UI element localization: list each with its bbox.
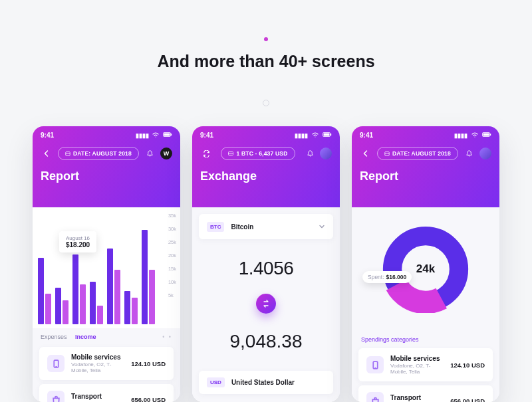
list-item[interactable]: Transport Uber, Gett, Lyft 656.00 USD xyxy=(358,385,493,402)
bar-groups xyxy=(38,218,159,324)
phone-body: 24k Spent: $16.000 Spendings categories … xyxy=(352,207,499,402)
currency-to-row[interactable]: USD United States Dollar xyxy=(199,371,333,394)
avatar[interactable]: W xyxy=(160,148,172,159)
item-title: Mobile services xyxy=(71,353,124,361)
calendar-icon xyxy=(65,151,70,156)
item-subtitle: Vodafone, O2, T-Mobile, Telia xyxy=(390,363,444,375)
status-time: 9:41 xyxy=(360,132,373,139)
svg-rect-7 xyxy=(331,134,331,136)
back-button[interactable] xyxy=(41,148,53,159)
bag-icon xyxy=(47,391,65,402)
bell-button[interactable] xyxy=(464,148,475,159)
bell-button[interactable] xyxy=(304,148,316,159)
ytick: 30k xyxy=(168,226,176,232)
item-amount: 656.00 USD xyxy=(450,397,485,403)
svg-rect-2 xyxy=(171,134,172,136)
spent-chip: Spent: $16.000 xyxy=(362,271,412,283)
status-bar: 9:41 ▮▮▮▮ xyxy=(360,132,491,139)
ytick: 20k xyxy=(168,252,176,258)
screen-exchange: 9:41 ▮▮▮▮ 1 BTC - 6,437 USD xyxy=(192,126,340,402)
item-subtitle: Vodafone, O2, T-Mobile, Telia xyxy=(71,361,124,373)
more-dots[interactable]: • • xyxy=(162,334,172,340)
to-amount: 9,048.38 xyxy=(230,331,303,352)
decorative-ring xyxy=(263,100,269,106)
screen-title: Report xyxy=(41,169,172,183)
avatar[interactable] xyxy=(320,148,332,159)
tooltip-date: August 16 xyxy=(66,235,90,241)
nav-row: DATE: AUGUST 2018 xyxy=(360,147,491,160)
ytick: 5k xyxy=(168,292,176,298)
battery-icon xyxy=(482,132,491,139)
swap-button[interactable] xyxy=(256,294,276,314)
phone-header: 9:41 ▮▮▮▮ DATE: AUGUST 2018 xyxy=(352,126,499,207)
currency-badge: USD xyxy=(207,377,225,387)
status-bar: 9:41 ▮▮▮▮ xyxy=(41,132,172,139)
list-item[interactable]: Mobile services Vodafone, O2, T-Mobile, … xyxy=(358,348,493,381)
y-axis: 35k 30k 25k 20k 15k 10k 5k xyxy=(168,213,176,298)
spent-value: $16.000 xyxy=(386,274,407,280)
bar-chart: 35k 30k 25k 20k 15k 10k 5k xyxy=(33,207,180,328)
phone-body: BTC Bitcoin 1.4056 9,048.38 USD United S… xyxy=(192,207,340,402)
refresh-button[interactable] xyxy=(200,148,212,159)
back-button[interactable] xyxy=(360,148,372,159)
svg-rect-1 xyxy=(164,134,170,136)
wifi-icon xyxy=(312,132,319,139)
tab-income[interactable]: Income xyxy=(75,334,96,340)
ytick: 10k xyxy=(168,279,176,285)
status-icons: ▮▮▮▮ xyxy=(452,132,491,139)
accent-dot xyxy=(264,37,268,41)
rate-chip-label: 1 BTC - 6,437 USD xyxy=(236,150,287,157)
donut-center-value: 24k xyxy=(416,262,435,276)
svg-rect-6 xyxy=(324,134,330,136)
avatar[interactable] xyxy=(479,148,491,159)
phone-icon xyxy=(366,356,384,373)
screen-report-bars: 9:41 ▮▮▮▮ DATE: AUGUST 2018 xyxy=(33,126,180,402)
page-title: And more than 40+ screens xyxy=(0,52,532,71)
item-amount: 124.10 USD xyxy=(450,361,485,369)
from-amount: 1.4056 xyxy=(239,258,294,279)
bell-button[interactable] xyxy=(144,148,156,159)
spent-label: Spent: xyxy=(368,274,384,280)
chevron-down-icon xyxy=(319,221,325,233)
nav-row: 1 BTC - 6,437 USD xyxy=(200,147,332,160)
tab-expenses[interactable]: Expenses xyxy=(41,334,67,340)
currency-from-row[interactable]: BTC Bitcoin xyxy=(199,214,333,239)
date-chip-label: DATE: AUGUST 2018 xyxy=(392,150,451,157)
phone-header: 9:41 ▮▮▮▮ 1 BTC - 6,437 USD xyxy=(192,126,340,207)
chart-tooltip: August 16 $18.200 xyxy=(59,231,96,252)
item-title: Transport xyxy=(71,393,124,400)
date-chip-label: DATE: AUGUST 2018 xyxy=(73,150,132,157)
donut-chart: 24k Spent: $16.000 xyxy=(352,207,499,331)
nav-row: DATE: AUGUST 2018 W xyxy=(41,147,172,160)
screens-row: 9:41 ▮▮▮▮ DATE: AUGUST 2018 xyxy=(33,126,499,402)
ytick: 35k xyxy=(168,213,176,219)
swap-icon xyxy=(262,300,270,308)
phone-header: 9:41 ▮▮▮▮ DATE: AUGUST 2018 xyxy=(33,126,180,207)
battery-icon xyxy=(323,132,332,139)
wifi-icon xyxy=(152,132,161,139)
item-title: Mobile services xyxy=(390,355,444,362)
phone-icon xyxy=(47,355,65,372)
screen-title: Report xyxy=(360,169,491,183)
status-bar: 9:41 ▮▮▮▮ xyxy=(200,132,332,139)
card-icon xyxy=(228,151,233,156)
date-chip[interactable]: DATE: AUGUST 2018 xyxy=(377,147,458,160)
categories-heading: Spendings categories xyxy=(352,331,499,344)
currency-badge: BTC xyxy=(207,222,224,232)
item-amount: 124.10 USD xyxy=(131,360,166,367)
date-chip[interactable]: DATE: AUGUST 2018 xyxy=(58,147,139,160)
ytick: 15k xyxy=(168,266,176,272)
currency-name: United States Dollar xyxy=(231,379,325,386)
rate-chip[interactable]: 1 BTC - 6,437 USD xyxy=(221,147,295,160)
list-item[interactable]: Mobile services Vodafone, O2, T-Mobile, … xyxy=(39,347,174,380)
signal-icon: ▮▮▮▮ xyxy=(136,132,149,139)
item-amount: 656.00 USD xyxy=(131,396,166,403)
svg-rect-12 xyxy=(385,152,389,156)
battery-icon xyxy=(163,132,172,139)
svg-rect-10 xyxy=(483,134,489,136)
signal-icon: ▮▮▮▮ xyxy=(454,132,467,139)
svg-rect-11 xyxy=(490,134,491,136)
list-item[interactable]: Transport Uber, Gett, Lyft 656.00 USD xyxy=(39,384,174,402)
wifi-icon xyxy=(471,132,478,139)
svg-rect-3 xyxy=(66,152,70,156)
